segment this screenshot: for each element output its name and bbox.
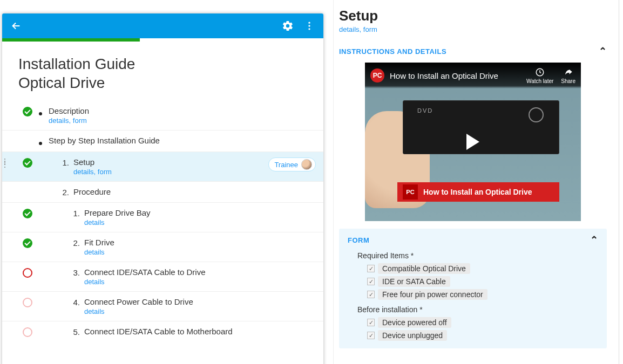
row-number: 5. — [68, 327, 84, 336]
status-open-icon — [23, 268, 32, 278]
row-sublink[interactable]: details — [84, 278, 316, 286]
checkbox-icon[interactable] — [367, 278, 375, 285]
checkbox-icon[interactable] — [367, 332, 375, 339]
video-banner: PC How to Install an Optical Drive — [397, 182, 559, 202]
check-label: IDE or SATA Cable — [378, 276, 450, 287]
tree-row-prepare-bay[interactable]: 1. Prepare Drive Bay details — [2, 202, 323, 232]
guide-panel: Installation Guide Optical Drive Descrip… — [2, 13, 323, 364]
tree-row-fit-drive[interactable]: 2. Fit Drive details — [2, 232, 323, 262]
row-label: Prepare Drive Bay — [84, 208, 316, 217]
svg-point-1 — [308, 25, 310, 26]
row-label: Procedure — [73, 187, 316, 196]
banner-text: How to Install an Optical Drive — [423, 188, 532, 196]
status-check-icon — [23, 158, 32, 168]
check-row[interactable]: IDE or SATA Cable — [367, 276, 598, 287]
row-sublink[interactable]: details, form — [73, 168, 268, 176]
status-check-icon — [23, 107, 32, 116]
more-icon[interactable] — [299, 15, 320, 37]
bullet-icon — [39, 112, 42, 115]
check-row[interactable]: Free four pin power connector — [367, 289, 598, 300]
watch-later-label: Watch later — [526, 78, 553, 84]
check-row[interactable]: Compatible Optical Drive — [367, 263, 598, 274]
detail-sublink[interactable]: details, form — [339, 25, 607, 33]
chevron-up-icon: ⌃ — [590, 234, 599, 246]
checklist-before: Device powered off Device unplugged — [367, 317, 598, 341]
check-label: Device unplugged — [378, 330, 447, 341]
form-section: FORM ⌃ Required Items * Compatible Optic… — [339, 229, 607, 348]
avatar — [301, 159, 312, 170]
section-form-header[interactable]: FORM ⌃ — [348, 234, 598, 246]
check-label: Free four pin power connector — [378, 289, 487, 300]
title-line-2: Optical Drive — [18, 74, 105, 91]
row-number: 4. — [68, 297, 84, 307]
row-number: 3. — [68, 267, 84, 277]
tree-row-connect-power[interactable]: 4. Connect Power Cable to Drive details — [2, 291, 323, 321]
tree-row-connect-ide-drive[interactable]: 3. Connect IDE/SATA Cable to Drive detai… — [2, 262, 323, 291]
pc-badge-icon: PC — [370, 68, 384, 83]
svg-point-0 — [308, 22, 310, 24]
play-icon[interactable] — [466, 134, 479, 150]
tree-row-procedure[interactable]: 2. Procedure — [2, 181, 323, 202]
check-row[interactable]: Device powered off — [367, 317, 598, 328]
page-title: Installation Guide Optical Drive — [2, 42, 323, 101]
drag-handle-icon[interactable]: ⋮⋮ — [2, 160, 6, 166]
check-row[interactable]: Device unplugged — [367, 330, 598, 341]
detail-title: Setup — [339, 8, 607, 24]
check-label: Device powered off — [378, 317, 451, 328]
section-label: INSTRUCTIONS AND DETAILS — [339, 47, 446, 56]
trainee-label: Trainee — [274, 161, 298, 169]
row-number: 1. — [57, 157, 73, 167]
status-open-icon — [23, 327, 32, 337]
status-check-icon — [23, 238, 32, 248]
status-open-icon — [23, 298, 32, 307]
row-sublink[interactable]: details, form — [49, 116, 316, 125]
row-label: Description — [49, 106, 316, 115]
bullet-icon — [39, 142, 42, 145]
row-sublink[interactable]: details — [84, 248, 316, 256]
row-label: Connect IDE/SATA Cable to Motherboard — [84, 327, 316, 336]
form-group-required-label: Required Items * — [357, 251, 598, 260]
form-group-before-label: Before installation * — [357, 305, 598, 314]
detail-panel: Setup details, form INSTRUCTIONS AND DET… — [333, 0, 619, 364]
tree-row-description[interactable]: Description details, form — [2, 101, 323, 130]
tree-row-connect-mobo[interactable]: 5. Connect IDE/SATA Cable to Motherboard — [2, 321, 323, 342]
checklist-required: Compatible Optical Drive IDE or SATA Cab… — [367, 263, 598, 300]
video-top-bar: PC How to Install an Optical Drive Watch… — [365, 63, 581, 88]
share-button[interactable]: Share — [561, 67, 575, 84]
share-label: Share — [561, 78, 575, 84]
gear-icon[interactable] — [277, 15, 299, 37]
row-label: Step by Step Installation Guide — [49, 136, 316, 145]
row-sublink[interactable]: details — [84, 307, 316, 315]
section-instructions-header[interactable]: INSTRUCTIONS AND DETAILS ⌃ — [339, 45, 607, 57]
row-number: 2. — [68, 238, 84, 248]
back-icon[interactable] — [5, 15, 27, 37]
chevron-up-icon: ⌃ — [599, 45, 607, 57]
row-number: 2. — [57, 187, 73, 197]
row-label: Connect Power Cable to Drive — [84, 297, 316, 306]
checkbox-icon[interactable] — [367, 265, 375, 272]
pc-logo-icon: PC — [403, 184, 418, 200]
video-player[interactable]: PC How to Install an Optical Drive PC Ho… — [365, 63, 581, 221]
svg-point-2 — [308, 28, 310, 30]
row-label: Fit Drive — [84, 238, 316, 247]
row-label: Setup — [73, 157, 268, 167]
step-tree: Description details, form Step by Step I… — [2, 101, 323, 364]
trainee-pill[interactable]: Trainee — [268, 157, 316, 171]
tree-row-step-by-step[interactable]: Step by Step Installation Guide — [2, 130, 323, 152]
checkbox-icon[interactable] — [367, 291, 375, 298]
row-label: Connect IDE/SATA Cable to Drive — [84, 267, 316, 277]
checkbox-icon[interactable] — [367, 319, 375, 326]
video-title: How to Install an Optical Drive — [390, 71, 498, 80]
title-line-1: Installation Guide — [18, 56, 135, 72]
tree-row-setup[interactable]: ⋮⋮ 1. Setup details, form Trainee — [2, 152, 323, 181]
row-sublink[interactable]: details — [84, 218, 316, 226]
toolbar — [2, 13, 323, 38]
check-label: Compatible Optical Drive — [378, 263, 470, 274]
watch-later-button[interactable]: Watch later — [526, 67, 553, 84]
row-number: 1. — [68, 208, 84, 218]
section-label: FORM — [348, 236, 369, 244]
status-check-icon — [23, 209, 32, 218]
